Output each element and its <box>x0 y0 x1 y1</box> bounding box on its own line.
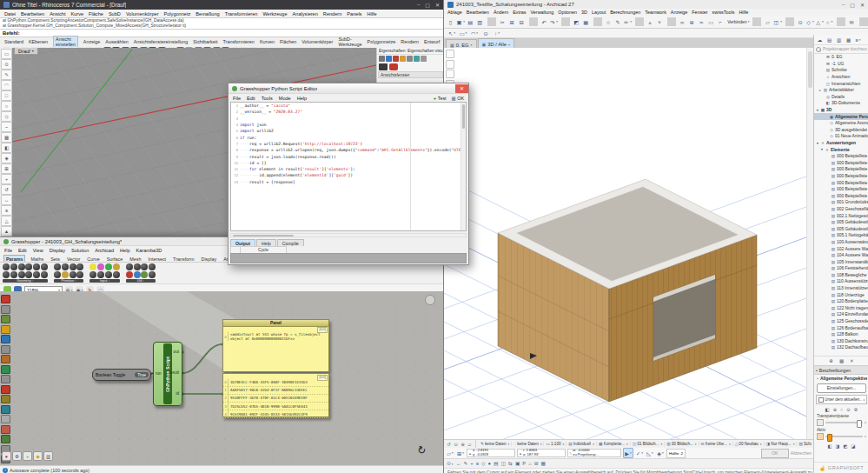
grasshopper-category-tab[interactable]: Transform <box>171 256 195 262</box>
rhino-toolbar-tab[interactable]: Auswählen <box>105 39 128 44</box>
chevron-down-icon[interactable]: ▾ <box>508 43 510 47</box>
tree-item[interactable]: ▤ 113 Innenstützen <box>814 285 868 292</box>
tree-item[interactable]: ◉ Allgemeine Perspektive <box>814 113 868 120</box>
component-icon[interactable] <box>33 271 40 278</box>
tool-icon[interactable] <box>1 325 10 334</box>
tree-item[interactable]: ▤ 000 Beispielliste D <box>814 160 868 167</box>
rhino-menu-item[interactable]: Werkzeuge <box>262 11 287 17</box>
tree-item[interactable]: ▾ ≡ Elemente <box>814 146 868 153</box>
chevron-right-icon[interactable]: ▸ <box>865 421 866 424</box>
tree-item[interactable]: ▾ ≡ Auswertungen <box>814 140 868 147</box>
quick-option-icon[interactable]: ◠ <box>470 29 479 37</box>
record-icon[interactable] <box>389 63 398 70</box>
archicad-tool-icon[interactable]: ⊕ <box>688 17 697 26</box>
tree-item[interactable]: ▤ 128 Balkon <box>814 331 868 338</box>
tool-icon[interactable] <box>1 375 10 383</box>
edit-tool-icon[interactable]: ● <box>488 461 492 466</box>
zoom-in-icon[interactable]: ⊕ <box>460 442 466 447</box>
archicad-menu-item[interactable]: Bearbeiten <box>467 10 489 15</box>
edit-tool-icon[interactable]: P <box>522 461 526 466</box>
tree-item[interactable]: ▤ 106 Feststehende <box>814 265 868 272</box>
archicad-tool-icon[interactable]: ▤ <box>467 17 475 26</box>
component-icon[interactable] <box>18 263 25 270</box>
component-icon[interactable] <box>10 271 17 278</box>
archicad-tool-icon[interactable]: ◩ <box>573 17 581 26</box>
tool-icon[interactable] <box>1 355 10 363</box>
component-icon[interactable] <box>89 263 96 270</box>
quick-option-icon[interactable]: ↖ <box>447 29 456 37</box>
tree-item[interactable]: ▤ 105 Innenwandko <box>814 258 868 265</box>
transparency-slider[interactable]: ▸ <box>817 419 866 426</box>
archicad-tool-icon[interactable]: ▭ <box>707 17 716 26</box>
tool-icon[interactable] <box>1 295 10 303</box>
input-run-label[interactable]: run <box>156 371 162 376</box>
output-body[interactable] <box>230 253 467 263</box>
component-icon[interactable] <box>76 263 83 270</box>
rhino-menu-item[interactable]: Hilfe <box>367 11 376 17</box>
tree-item[interactable]: ▸ ▥ Arbeitsblätter <box>814 87 868 94</box>
component-icon[interactable] <box>70 263 76 270</box>
navigator-tool-icon[interactable]: ⊕ <box>829 358 833 363</box>
edit-tool-icon[interactable]: + <box>470 461 473 466</box>
editor-vscrollbar[interactable] <box>461 103 466 230</box>
tree-item[interactable]: ▤ 110 Aussenstützen <box>814 278 868 285</box>
rhino-menu-item[interactable]: SubD <box>109 11 121 17</box>
edit-tool-icon[interactable]: ◫ <box>501 461 506 466</box>
grasshopper-menu-item[interactable]: Display <box>50 248 65 253</box>
rhino-side-tool-icon[interactable]: ▭ <box>1 49 12 59</box>
rhino-side-tool-icon[interactable]: ◠ <box>1 80 12 90</box>
editor-menu-item[interactable]: Mode <box>279 96 291 101</box>
rhino-side-tool-icon[interactable]: + <box>1 174 12 184</box>
component-icon[interactable] <box>41 271 48 278</box>
tool-icon[interactable] <box>1 315 10 323</box>
minimize-icon[interactable]: – <box>417 2 420 8</box>
archicad-tool-icon[interactable] <box>561 17 570 26</box>
grasshopper-category-tab[interactable]: Sets <box>49 256 62 262</box>
rhino-toolbar-tab[interactable]: Polygonnetze <box>368 39 396 44</box>
archicad-tool-icon[interactable]: Verbinden <box>726 17 750 26</box>
grasshopper-menu-item[interactable]: View <box>33 248 43 253</box>
chevron-down-icon[interactable]: ▾ <box>32 49 34 53</box>
tree-item[interactable]: ▤ 118 Unterzüge <box>814 291 868 298</box>
maximize-icon[interactable]: ▢ <box>425 2 430 8</box>
archicad-menu-item[interactable]: Berechnungen <box>610 10 640 15</box>
archicad-tool-icon[interactable] <box>667 17 676 26</box>
tree-item[interactable]: ▤ 000 Beispielliste W <box>814 192 868 199</box>
editor-menu-item[interactable]: Edit <box>247 96 255 101</box>
tree-item[interactable]: ◎ Details <box>814 94 868 101</box>
archicad-tool-icon[interactable]: ▦ <box>582 17 591 26</box>
tree-item[interactable]: ▤ 005 Gebäudevolu <box>814 219 868 226</box>
quick-option-dropdown[interactable]: ◨ Nur Haup... <box>765 442 798 446</box>
rhino-command-history[interactable]: at GhPython.Component.ScriptingAncestorC… <box>0 17 443 30</box>
ok-button[interactable]: OK <box>761 449 789 458</box>
component-icon[interactable] <box>70 271 76 278</box>
coordinate-box-xy[interactable]: ▲ x: -2.8191 y: -0.0928 <box>467 449 515 457</box>
component-icon[interactable] <box>97 263 104 270</box>
archicad-menu-item[interactable]: Fenster <box>692 10 707 15</box>
tree-item[interactable]: ▤ 132 Dachaufbau <box>814 344 868 351</box>
archicad-tool-icon[interactable]: ▯ <box>447 17 455 26</box>
archicad-tool-icon[interactable]: ⊟ <box>518 17 527 26</box>
tree-item[interactable]: ▤ 000 Beispielliste O <box>814 173 868 180</box>
grasshopper-category-tab[interactable]: Display <box>199 256 218 262</box>
tree-item[interactable]: ▤ 125 Geschossdeck <box>814 318 868 325</box>
rhino-menu-item[interactable]: Transformieren <box>225 11 258 17</box>
properties-tab-icon[interactable] <box>414 56 420 62</box>
quick-option-dropdown[interactable]: ▤ Individuell <box>567 442 597 446</box>
grasshopper-category-tab[interactable]: Surface <box>105 256 125 262</box>
component-icon[interactable] <box>126 263 133 270</box>
navigator-header-icon[interactable]: ▦ <box>845 37 852 43</box>
chevron-down-icon[interactable]: ▾ <box>471 43 473 47</box>
quick-option-dropdown[interactable]: ✎ keine Daten <box>479 442 512 446</box>
archicad-tool-icon[interactable]: ✂ <box>499 17 507 26</box>
archicad-tool-icon[interactable]: ▥ <box>476 17 485 26</box>
tool-icon[interactable] <box>1 395 10 403</box>
output-id-label[interactable]: id <box>176 391 179 396</box>
tool-icon[interactable] <box>1 345 10 354</box>
rhino-toolbar-tab[interactable]: Ansichtsfenstereinstellung <box>134 39 189 44</box>
component-icon[interactable] <box>89 271 96 278</box>
edit-tool-icon[interactable]: ◇ <box>481 461 485 466</box>
slider-knob[interactable] <box>827 434 832 442</box>
output-result-label[interactable]: result <box>169 370 179 375</box>
archicad-tool-icon[interactable]: ⌐ <box>717 17 726 26</box>
